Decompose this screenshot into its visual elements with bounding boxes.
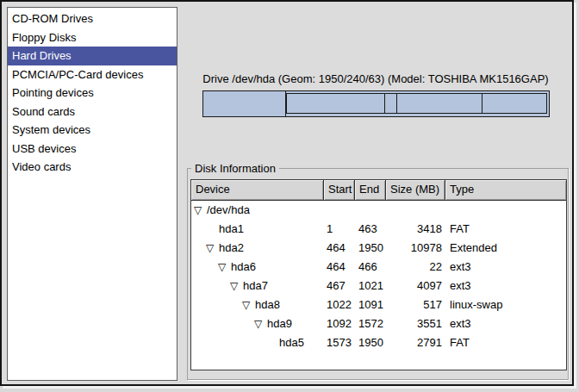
column-header-type[interactable]: Type — [445, 180, 566, 201]
device-name: hda6 — [231, 260, 256, 273]
expander-open-icon[interactable]: ▽ — [206, 239, 219, 258]
logical-partition-divider — [384, 94, 385, 113]
disk-table: DeviceStartEndSize (MB)Type ▽/dev/hdahda… — [190, 179, 567, 370]
table-row[interactable]: ▽hda746710214097ext3 — [191, 277, 566, 296]
partition-type: ext3 — [445, 314, 566, 333]
sidebar-item[interactable]: Pointing devices — [8, 84, 177, 103]
start-cylinder: 1022 — [324, 296, 355, 314]
end-cylinder: 1091 — [355, 296, 386, 314]
start-cylinder: 1573 — [324, 333, 355, 352]
sidebar-item[interactable]: CD-ROM Drives — [8, 9, 177, 28]
partition-type: FAT — [445, 333, 566, 352]
expander-open-icon[interactable]: ▽ — [242, 296, 255, 314]
device-name: hda7 — [243, 279, 268, 292]
partition-type: linux-swap — [445, 296, 566, 314]
end-cylinder: 463 — [355, 220, 386, 239]
partition-bar — [202, 90, 550, 117]
column-header-start[interactable]: Start — [324, 180, 355, 201]
start-cylinder: 464 — [324, 239, 355, 258]
sidebar-item[interactable]: PCMCIA/PC-Card devices — [8, 65, 177, 84]
table-row[interactable]: hda5157319502791FAT — [191, 333, 566, 352]
sidebar-item[interactable]: Sound cards — [8, 103, 177, 121]
size-mb: 4097 — [386, 277, 445, 296]
logical-partition-divider — [286, 94, 287, 113]
column-header-size-mb[interactable]: Size (MB) — [386, 180, 445, 201]
category-list[interactable]: CD-ROM DrivesFloppy DisksHard DrivesPCMC… — [7, 7, 177, 381]
table-row[interactable]: ▽hda646446622ext3 — [191, 258, 566, 277]
extended-partition-outline — [285, 93, 547, 114]
table-row[interactable]: hda114633418FAT — [191, 220, 566, 239]
size-mb: 3551 — [386, 314, 445, 333]
disk-table-header: DeviceStartEndSize (MB)Type — [191, 180, 566, 201]
start-cylinder: 464 — [324, 258, 355, 277]
size-mb: 10978 — [386, 239, 445, 258]
size-mb: 517 — [386, 296, 445, 314]
sidebar-item[interactable]: Video cards — [8, 158, 177, 177]
size-mb — [386, 201, 445, 220]
start-cylinder: 1 — [324, 220, 355, 239]
end-cylinder: 1021 — [355, 277, 386, 296]
device-name: hda8 — [255, 298, 280, 311]
sidebar-item[interactable]: System devices — [8, 121, 177, 140]
partition-type: Extended — [445, 239, 566, 258]
column-header-device[interactable]: Device — [191, 180, 324, 201]
device-name: hda1 — [219, 222, 244, 235]
device-name: hda9 — [267, 317, 292, 330]
device-name: hda5 — [279, 336, 304, 349]
size-mb: 22 — [386, 258, 445, 277]
end-cylinder: 1950 — [355, 239, 386, 258]
sidebar-item[interactable]: Hard Drives — [8, 47, 177, 65]
partition-type: ext3 — [445, 277, 566, 296]
logical-partition-divider — [396, 94, 397, 113]
table-row[interactable]: ▽hda810221091517linux-swap — [191, 296, 566, 314]
start-cylinder: 1092 — [324, 314, 355, 333]
start-cylinder: 467 — [324, 277, 355, 296]
size-mb: 3418 — [386, 220, 445, 239]
logical-partition-divider — [482, 94, 482, 113]
end-cylinder: 1950 — [355, 333, 386, 352]
end-cylinder: 1572 — [355, 314, 386, 333]
partition-type: FAT — [445, 220, 566, 239]
expander-open-icon[interactable]: ▽ — [254, 314, 267, 333]
partition-type — [445, 201, 566, 220]
expander-open-icon[interactable]: ▽ — [194, 201, 207, 220]
device-name: /dev/hda — [207, 203, 250, 216]
disk-table-body: ▽/dev/hdahda114633418FAT▽hda246419501097… — [191, 201, 566, 352]
sidebar-item[interactable]: USB devices — [8, 140, 177, 159]
end-cylinder: 466 — [355, 258, 386, 277]
device-name: hda2 — [219, 241, 244, 254]
partition-type: ext3 — [445, 258, 566, 277]
table-row[interactable]: ▽hda9109215723551ext3 — [191, 314, 566, 333]
expander-open-icon[interactable]: ▽ — [230, 277, 243, 296]
hardware-browser-window: CD-ROM DrivesFloppy DisksHard DrivesPCMC… — [0, 0, 574, 386]
table-row[interactable]: ▽hda2464195010978Extended — [191, 239, 566, 258]
column-header-end[interactable]: End — [355, 180, 386, 201]
size-mb: 2791 — [386, 333, 445, 352]
sidebar-item[interactable]: Floppy Disks — [8, 28, 177, 47]
disk-information-label: Disk Information — [191, 162, 279, 175]
end-cylinder — [355, 201, 386, 220]
table-row[interactable]: ▽/dev/hda — [191, 201, 566, 220]
start-cylinder — [324, 201, 355, 220]
expander-open-icon[interactable]: ▽ — [218, 258, 231, 277]
drive-title: Drive /dev/hda (Geom: 1950/240/63) (Mode… — [198, 72, 553, 85]
